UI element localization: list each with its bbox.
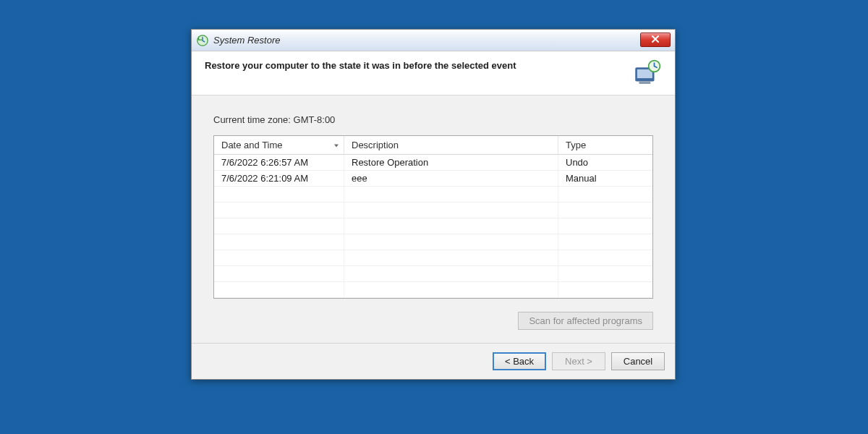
- close-icon: [651, 35, 660, 46]
- table-row[interactable]: 7/6/2022 6:21:09 AMeeeManual: [214, 171, 652, 187]
- window-title: System Restore: [213, 35, 280, 46]
- system-restore-dialog: System Restore Restore your computer to …: [191, 29, 676, 380]
- cell-date: [214, 187, 344, 202]
- cell-description: [344, 203, 558, 218]
- table-row[interactable]: 7/6/2022 6:26:57 AMRestore OperationUndo: [214, 155, 652, 171]
- cell-description: [344, 218, 558, 234]
- cell-date: [214, 234, 344, 250]
- cell-type: [558, 234, 652, 250]
- cell-date: [214, 203, 344, 218]
- cell-description: [344, 187, 558, 202]
- col-header-description[interactable]: Description: [344, 136, 558, 154]
- cell-type: [558, 218, 652, 234]
- cell-description: [344, 234, 558, 250]
- col-header-type-label: Type: [566, 140, 586, 150]
- cell-type: [558, 282, 652, 297]
- restore-points-table: Date and Time Description Type 7/6/2022 …: [213, 135, 653, 299]
- cell-date: 7/6/2022 6:21:09 AM: [214, 171, 344, 186]
- next-button[interactable]: Next >: [552, 352, 605, 370]
- scan-affected-programs-button[interactable]: Scan for affected programs: [518, 312, 653, 330]
- cell-date: [214, 250, 344, 265]
- table-header: Date and Time Description Type: [214, 136, 652, 155]
- header-strip: Restore your computer to the state it wa…: [192, 51, 675, 95]
- col-header-date[interactable]: Date and Time: [214, 136, 344, 154]
- dialog-body: Current time zone: GMT-8:00 Date and Tim…: [192, 95, 675, 343]
- cell-date: [214, 218, 344, 234]
- page-heading: Restore your computer to the state it wa…: [205, 59, 623, 71]
- cancel-button[interactable]: Cancel: [611, 352, 665, 370]
- table-row: [214, 187, 652, 203]
- restore-graphic-icon: [631, 59, 662, 89]
- cell-date: [214, 282, 344, 297]
- cell-description: [344, 266, 558, 281]
- cell-description: [344, 250, 558, 265]
- sort-desc-icon: [333, 140, 339, 150]
- table-row: [214, 218, 652, 234]
- cell-type: Manual: [558, 171, 652, 186]
- table-row: [214, 282, 652, 298]
- col-header-date-label: Date and Time: [221, 140, 283, 150]
- cell-description: Restore Operation: [344, 155, 558, 170]
- titlebar: System Restore: [192, 30, 675, 51]
- cell-date: [214, 266, 344, 281]
- cell-type: [558, 203, 652, 218]
- col-header-type[interactable]: Type: [558, 136, 652, 154]
- table-row: [214, 250, 652, 266]
- cell-type: Undo: [558, 155, 652, 170]
- cell-description: [344, 282, 558, 297]
- back-button[interactable]: < Back: [493, 352, 546, 370]
- cell-date: 7/6/2022 6:26:57 AM: [214, 155, 344, 170]
- close-button[interactable]: [640, 33, 671, 47]
- system-restore-icon: [196, 34, 209, 47]
- table-row: [214, 203, 652, 218]
- col-header-description-label: Description: [352, 140, 399, 150]
- table-row: [214, 266, 652, 282]
- cell-type: [558, 187, 652, 202]
- cell-description: eee: [344, 171, 558, 186]
- timezone-label: Current time zone: GMT-8:00: [213, 114, 653, 125]
- table-row: [214, 234, 652, 250]
- cell-type: [558, 250, 652, 265]
- dialog-footer: < Back Next > Cancel: [192, 343, 675, 379]
- cell-type: [558, 266, 652, 281]
- table-body: 7/6/2022 6:26:57 AMRestore OperationUndo…: [214, 155, 652, 298]
- svg-rect-3: [639, 82, 651, 85]
